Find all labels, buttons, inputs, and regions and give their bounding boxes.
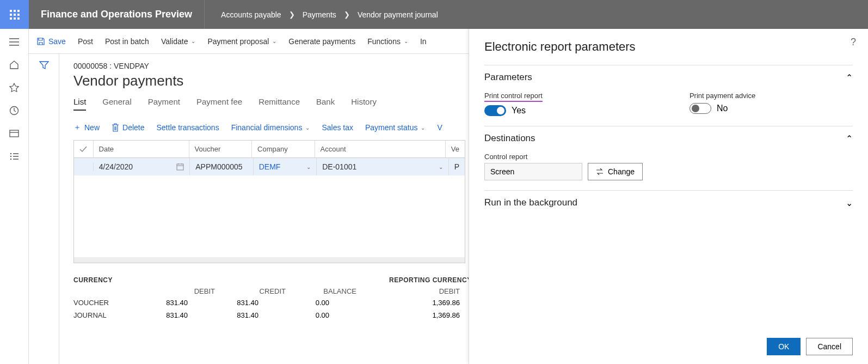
breadcrumb-item[interactable]: Payments: [303, 10, 336, 19]
filter-icon[interactable]: [39, 60, 49, 364]
breadcrumb: Accounts payable ❯ Payments ❯ Vendor pay…: [205, 10, 438, 19]
svg-point-4: [10, 159, 11, 160]
trash-icon: [112, 123, 119, 132]
cell-date[interactable]: 4/24/2020: [94, 158, 190, 175]
delete-button[interactable]: Delete: [112, 123, 144, 132]
svg-rect-5: [177, 164, 183, 170]
select-all-checkbox[interactable]: [74, 141, 94, 157]
sales-tax-button[interactable]: Sales tax: [322, 123, 353, 132]
print-control-toggle[interactable]: [484, 105, 506, 116]
panel-title: Electronic report parameters: [484, 40, 853, 54]
col-voucher[interactable]: Voucher: [189, 141, 253, 157]
clock-icon[interactable]: [9, 105, 20, 116]
print-advice-toggle[interactable]: [690, 103, 711, 114]
settle-transactions-button[interactable]: Settle transactions: [156, 123, 219, 132]
cell-voucher[interactable]: APPM000005: [190, 158, 253, 175]
help-icon[interactable]: ?: [851, 37, 856, 48]
journal-balance: 0.00: [258, 311, 329, 319]
tab-remittance[interactable]: Remittance: [258, 97, 300, 111]
chevron-up-icon: ⌃: [846, 134, 853, 144]
app-header: Finance and Operations Preview Accounts …: [0, 0, 868, 29]
filter-column: [29, 54, 59, 364]
print-advice-value: No: [717, 104, 728, 113]
action-bar: Save Post Post in batch Validate⌄ Paymen…: [29, 29, 469, 54]
cell-company[interactable]: DEMF ⌄: [254, 158, 317, 175]
more-button[interactable]: V: [437, 123, 442, 132]
currency-title: CURRENCY: [73, 276, 356, 284]
page-content: 00000058 : VENDPAY Vendor payments List …: [59, 54, 469, 364]
col-account[interactable]: Account: [315, 141, 446, 157]
print-control-label: Print control report: [484, 92, 543, 102]
chevron-down-icon[interactable]: ⌄: [306, 164, 311, 170]
svg-point-2: [10, 153, 11, 154]
chevron-down-icon[interactable]: ⌄: [439, 164, 443, 170]
calendar-icon[interactable]: [176, 163, 184, 171]
tab-bank[interactable]: Bank: [316, 97, 335, 111]
list-icon[interactable]: [9, 151, 20, 162]
col-vendor[interactable]: Ve: [446, 141, 465, 157]
grid-toolbar: ＋New Delete Settle transactions Financia…: [73, 123, 469, 132]
validate-button[interactable]: Validate⌄: [161, 37, 196, 46]
app-title: Finance and Operations Preview: [29, 0, 205, 29]
hamburger-icon[interactable]: [9, 37, 20, 47]
section-destinations-header[interactable]: Destinations ⌃: [484, 126, 853, 150]
home-icon[interactable]: [9, 59, 20, 70]
rep-voucher-debit: 1,369.86: [389, 299, 460, 307]
svg-rect-1: [10, 130, 19, 137]
chevron-right-icon: ❯: [289, 10, 295, 19]
col-debit: DEBIT: [144, 287, 215, 295]
col-date[interactable]: Date: [94, 141, 189, 157]
journal-credit: 831.40: [188, 311, 258, 319]
chevron-down-icon: ⌄: [305, 125, 310, 131]
chevron-up-icon: ⌃: [846, 72, 853, 83]
star-icon[interactable]: [9, 82, 20, 93]
generate-payments-button[interactable]: Generate payments: [288, 37, 355, 46]
reporting-title: REPORTING CURRENCY: [389, 276, 469, 284]
financial-dimensions-button[interactable]: Financial dimensions⌄: [231, 123, 310, 132]
tab-payment-fee[interactable]: Payment fee: [196, 97, 242, 111]
currency-totals: CURRENCY DEBIT CREDIT BALANCE VOUCHER 83…: [73, 276, 356, 324]
voucher-debit: 831.40: [117, 299, 188, 307]
control-report-label: Control report: [484, 153, 582, 161]
tab-payment[interactable]: Payment: [148, 97, 180, 111]
swap-icon: [596, 168, 604, 175]
breadcrumb-item[interactable]: Vendor payment journal: [358, 10, 438, 19]
section-parameters-header[interactable]: Parameters ⌃: [484, 65, 853, 89]
cancel-button[interactable]: Cancel: [806, 338, 853, 355]
svg-point-3: [10, 156, 11, 157]
row-checkbox[interactable]: [74, 162, 94, 171]
section-background-header[interactable]: Run in the background ⌄: [484, 190, 853, 215]
col-rep-credit: CREDIT: [460, 287, 469, 295]
workspace-icon[interactable]: [9, 128, 20, 139]
tab-history[interactable]: History: [351, 97, 377, 111]
tab-strip: List General Payment Payment fee Remitta…: [73, 97, 469, 111]
chevron-right-icon: ❯: [344, 10, 350, 19]
ok-button[interactable]: OK: [767, 338, 801, 355]
chevron-down-icon: ⌄: [191, 38, 195, 44]
functions-button[interactable]: Functions⌄: [367, 37, 408, 46]
save-label: Save: [48, 37, 66, 46]
waffle-launcher[interactable]: [0, 0, 29, 29]
totals-section: CURRENCY DEBIT CREDIT BALANCE VOUCHER 83…: [73, 276, 469, 324]
left-nav-rail: [0, 29, 29, 364]
chevron-down-icon: ⌄: [272, 38, 276, 44]
breadcrumb-item[interactable]: Accounts payable: [221, 10, 281, 19]
cell-account[interactable]: DE-01001 ⌄: [317, 158, 448, 175]
table-row[interactable]: 4/24/2020 APPM000005 DEMF ⌄ DE-01001 ⌄ P: [74, 158, 465, 175]
new-button[interactable]: ＋New: [73, 123, 100, 132]
col-rep-debit: DEBIT: [389, 287, 460, 295]
payment-status-button[interactable]: Payment status⌄: [365, 123, 426, 132]
payment-proposal-button[interactable]: Payment proposal⌄: [207, 37, 276, 46]
post-in-batch-button[interactable]: Post in batch: [105, 37, 149, 46]
tab-general[interactable]: General: [102, 97, 131, 111]
section-parameters-body: Print control report Yes Print payment a…: [484, 89, 853, 126]
horizontal-scrollbar[interactable]: [74, 257, 465, 263]
col-company[interactable]: Company: [252, 141, 315, 157]
save-button[interactable]: Save: [36, 37, 66, 46]
tab-list[interactable]: List: [73, 97, 86, 111]
control-report-input[interactable]: [484, 163, 582, 180]
cell-vendor[interactable]: P: [449, 158, 465, 175]
inquiries-button[interactable]: In: [420, 37, 427, 46]
post-button[interactable]: Post: [78, 37, 93, 46]
change-button[interactable]: Change: [588, 163, 643, 180]
